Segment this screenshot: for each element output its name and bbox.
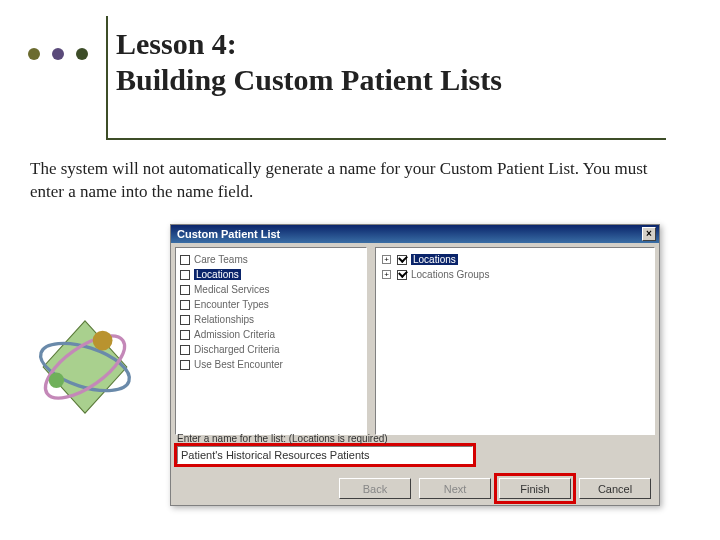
bullet-dot	[76, 48, 88, 60]
bullet-dot	[28, 48, 40, 60]
checkbox[interactable]	[180, 255, 190, 265]
cancel-button[interactable]: Cancel	[579, 478, 651, 499]
tree-item-label: Locations Groups	[411, 269, 489, 280]
back-button[interactable]: Back	[339, 478, 411, 499]
list-item-label: Encounter Types	[194, 299, 269, 310]
divider-horizontal	[106, 138, 666, 140]
svg-point-4	[49, 373, 64, 388]
locations-tree-pane[interactable]: + Locations + Locations Groups	[375, 247, 655, 435]
dialog-button-row: Back Next Finish Cancel	[339, 478, 651, 499]
list-item[interactable]: Discharged Criteria	[180, 342, 362, 357]
tree-item[interactable]: + Locations Groups	[382, 267, 648, 282]
page-title: Lesson 4: Building Custom Patient Lists	[116, 26, 502, 98]
checkbox[interactable]	[180, 360, 190, 370]
header-bullets	[28, 48, 88, 60]
list-item-label: Relationships	[194, 314, 254, 325]
list-item[interactable]: Care Teams	[180, 252, 362, 267]
decorative-graphic	[30, 312, 140, 422]
close-icon[interactable]: ×	[642, 227, 656, 241]
list-item-label: Medical Services	[194, 284, 270, 295]
list-item[interactable]: Relationships	[180, 312, 362, 327]
checkbox[interactable]	[180, 300, 190, 310]
list-item[interactable]: Admission Criteria	[180, 327, 362, 342]
criteria-list-pane[interactable]: Care Teams Locations Medical Services En…	[175, 247, 367, 435]
list-item[interactable]: Medical Services	[180, 282, 362, 297]
title-line-1: Lesson 4:	[116, 27, 237, 60]
checkbox[interactable]	[397, 270, 407, 280]
svg-point-3	[93, 331, 113, 351]
list-name-input[interactable]	[177, 446, 473, 464]
tree-item[interactable]: + Locations	[382, 252, 648, 267]
list-item[interactable]: Encounter Types	[180, 297, 362, 312]
divider-vertical	[106, 16, 108, 138]
title-line-2: Building Custom Patient Lists	[116, 63, 502, 96]
body-text: The system will not automatically genera…	[30, 158, 680, 204]
list-item-label: Use Best Encounter	[194, 359, 283, 370]
list-item-label: Discharged Criteria	[194, 344, 280, 355]
list-item-label: Care Teams	[194, 254, 248, 265]
checkbox[interactable]	[180, 270, 190, 280]
checkbox[interactable]	[180, 315, 190, 325]
dialog-title: Custom Patient List	[177, 228, 280, 240]
list-item-label: Admission Criteria	[194, 329, 275, 340]
list-item-label: Locations	[194, 269, 241, 280]
custom-patient-list-dialog: Custom Patient List × Care Teams Locatio…	[170, 224, 660, 506]
checkbox[interactable]	[180, 330, 190, 340]
finish-button[interactable]: Finish	[499, 478, 571, 499]
list-item[interactable]: Use Best Encounter	[180, 357, 362, 372]
tree-item-label: Locations	[411, 254, 458, 265]
checkbox[interactable]	[397, 255, 407, 265]
expand-icon[interactable]: +	[382, 255, 391, 264]
next-button[interactable]: Next	[419, 478, 491, 499]
list-item[interactable]: Locations	[180, 267, 362, 282]
name-area: Enter a name for the list: (Locations is…	[177, 433, 653, 471]
name-label: Enter a name for the list: (Locations is…	[177, 433, 653, 444]
checkbox[interactable]	[180, 345, 190, 355]
dialog-titlebar[interactable]: Custom Patient List ×	[171, 225, 659, 243]
expand-icon[interactable]: +	[382, 270, 391, 279]
bullet-dot	[52, 48, 64, 60]
checkbox[interactable]	[180, 285, 190, 295]
